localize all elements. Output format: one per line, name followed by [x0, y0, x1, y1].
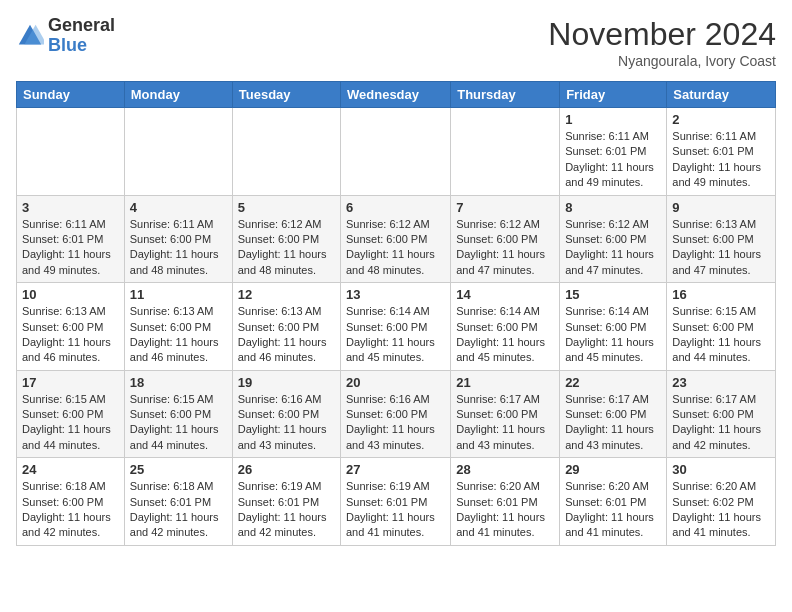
day-info: Sunrise: 6:16 AM Sunset: 6:00 PM Dayligh… [238, 392, 335, 454]
day-number: 7 [456, 200, 554, 215]
day-info: Sunrise: 6:12 AM Sunset: 6:00 PM Dayligh… [565, 217, 661, 279]
day-number: 26 [238, 462, 335, 477]
day-number: 27 [346, 462, 445, 477]
calendar-cell: 26Sunrise: 6:19 AM Sunset: 6:01 PM Dayli… [232, 458, 340, 546]
day-info: Sunrise: 6:19 AM Sunset: 6:01 PM Dayligh… [346, 479, 445, 541]
day-number: 11 [130, 287, 227, 302]
day-number: 8 [565, 200, 661, 215]
day-info: Sunrise: 6:17 AM Sunset: 6:00 PM Dayligh… [565, 392, 661, 454]
calendar-week-row: 24Sunrise: 6:18 AM Sunset: 6:00 PM Dayli… [17, 458, 776, 546]
day-info: Sunrise: 6:19 AM Sunset: 6:01 PM Dayligh… [238, 479, 335, 541]
weekday-header-monday: Monday [124, 82, 232, 108]
calendar-cell: 6Sunrise: 6:12 AM Sunset: 6:00 PM Daylig… [341, 195, 451, 283]
calendar-cell [451, 108, 560, 196]
calendar-cell: 28Sunrise: 6:20 AM Sunset: 6:01 PM Dayli… [451, 458, 560, 546]
weekday-header-friday: Friday [560, 82, 667, 108]
calendar-cell: 29Sunrise: 6:20 AM Sunset: 6:01 PM Dayli… [560, 458, 667, 546]
day-info: Sunrise: 6:18 AM Sunset: 6:01 PM Dayligh… [130, 479, 227, 541]
day-info: Sunrise: 6:15 AM Sunset: 6:00 PM Dayligh… [130, 392, 227, 454]
calendar-table: SundayMondayTuesdayWednesdayThursdayFrid… [16, 81, 776, 546]
day-info: Sunrise: 6:12 AM Sunset: 6:00 PM Dayligh… [238, 217, 335, 279]
weekday-header-saturday: Saturday [667, 82, 776, 108]
weekday-header-sunday: Sunday [17, 82, 125, 108]
day-number: 12 [238, 287, 335, 302]
location-subtitle: Nyangourala, Ivory Coast [548, 53, 776, 69]
calendar-cell: 12Sunrise: 6:13 AM Sunset: 6:00 PM Dayli… [232, 283, 340, 371]
weekday-header-tuesday: Tuesday [232, 82, 340, 108]
weekday-header-row: SundayMondayTuesdayWednesdayThursdayFrid… [17, 82, 776, 108]
day-number: 14 [456, 287, 554, 302]
day-info: Sunrise: 6:14 AM Sunset: 6:00 PM Dayligh… [346, 304, 445, 366]
calendar-cell: 10Sunrise: 6:13 AM Sunset: 6:00 PM Dayli… [17, 283, 125, 371]
calendar-cell: 2Sunrise: 6:11 AM Sunset: 6:01 PM Daylig… [667, 108, 776, 196]
calendar-cell: 30Sunrise: 6:20 AM Sunset: 6:02 PM Dayli… [667, 458, 776, 546]
day-info: Sunrise: 6:20 AM Sunset: 6:01 PM Dayligh… [565, 479, 661, 541]
day-number: 25 [130, 462, 227, 477]
calendar-cell: 13Sunrise: 6:14 AM Sunset: 6:00 PM Dayli… [341, 283, 451, 371]
day-info: Sunrise: 6:11 AM Sunset: 6:01 PM Dayligh… [672, 129, 770, 191]
day-info: Sunrise: 6:11 AM Sunset: 6:01 PM Dayligh… [565, 129, 661, 191]
calendar-cell: 17Sunrise: 6:15 AM Sunset: 6:00 PM Dayli… [17, 370, 125, 458]
calendar-cell: 18Sunrise: 6:15 AM Sunset: 6:00 PM Dayli… [124, 370, 232, 458]
day-info: Sunrise: 6:20 AM Sunset: 6:02 PM Dayligh… [672, 479, 770, 541]
day-info: Sunrise: 6:12 AM Sunset: 6:00 PM Dayligh… [456, 217, 554, 279]
day-number: 20 [346, 375, 445, 390]
calendar-week-row: 17Sunrise: 6:15 AM Sunset: 6:00 PM Dayli… [17, 370, 776, 458]
day-info: Sunrise: 6:13 AM Sunset: 6:00 PM Dayligh… [130, 304, 227, 366]
day-number: 1 [565, 112, 661, 127]
calendar-cell: 27Sunrise: 6:19 AM Sunset: 6:01 PM Dayli… [341, 458, 451, 546]
calendar-cell: 24Sunrise: 6:18 AM Sunset: 6:00 PM Dayli… [17, 458, 125, 546]
month-year-title: November 2024 [548, 16, 776, 53]
calendar-cell: 14Sunrise: 6:14 AM Sunset: 6:00 PM Dayli… [451, 283, 560, 371]
day-number: 10 [22, 287, 119, 302]
calendar-cell: 22Sunrise: 6:17 AM Sunset: 6:00 PM Dayli… [560, 370, 667, 458]
day-number: 23 [672, 375, 770, 390]
day-number: 3 [22, 200, 119, 215]
day-info: Sunrise: 6:13 AM Sunset: 6:00 PM Dayligh… [672, 217, 770, 279]
day-info: Sunrise: 6:16 AM Sunset: 6:00 PM Dayligh… [346, 392, 445, 454]
day-number: 21 [456, 375, 554, 390]
day-info: Sunrise: 6:14 AM Sunset: 6:00 PM Dayligh… [565, 304, 661, 366]
day-number: 28 [456, 462, 554, 477]
calendar-cell: 7Sunrise: 6:12 AM Sunset: 6:00 PM Daylig… [451, 195, 560, 283]
day-number: 6 [346, 200, 445, 215]
day-info: Sunrise: 6:11 AM Sunset: 6:01 PM Dayligh… [22, 217, 119, 279]
calendar-cell: 25Sunrise: 6:18 AM Sunset: 6:01 PM Dayli… [124, 458, 232, 546]
day-info: Sunrise: 6:13 AM Sunset: 6:00 PM Dayligh… [238, 304, 335, 366]
day-info: Sunrise: 6:14 AM Sunset: 6:00 PM Dayligh… [456, 304, 554, 366]
weekday-header-wednesday: Wednesday [341, 82, 451, 108]
weekday-header-thursday: Thursday [451, 82, 560, 108]
logo-general-text: General [48, 16, 115, 36]
day-number: 24 [22, 462, 119, 477]
calendar-cell [124, 108, 232, 196]
calendar-cell [232, 108, 340, 196]
calendar-cell [17, 108, 125, 196]
calendar-week-row: 3Sunrise: 6:11 AM Sunset: 6:01 PM Daylig… [17, 195, 776, 283]
calendar-cell: 9Sunrise: 6:13 AM Sunset: 6:00 PM Daylig… [667, 195, 776, 283]
calendar-cell: 4Sunrise: 6:11 AM Sunset: 6:00 PM Daylig… [124, 195, 232, 283]
day-number: 30 [672, 462, 770, 477]
calendar-cell: 1Sunrise: 6:11 AM Sunset: 6:01 PM Daylig… [560, 108, 667, 196]
day-info: Sunrise: 6:11 AM Sunset: 6:00 PM Dayligh… [130, 217, 227, 279]
day-number: 13 [346, 287, 445, 302]
page-header: General Blue November 2024 Nyangourala, … [16, 16, 776, 69]
calendar-cell: 8Sunrise: 6:12 AM Sunset: 6:00 PM Daylig… [560, 195, 667, 283]
logo: General Blue [16, 16, 115, 56]
day-info: Sunrise: 6:12 AM Sunset: 6:00 PM Dayligh… [346, 217, 445, 279]
day-number: 4 [130, 200, 227, 215]
day-number: 15 [565, 287, 661, 302]
calendar-cell: 15Sunrise: 6:14 AM Sunset: 6:00 PM Dayli… [560, 283, 667, 371]
logo-text: General Blue [48, 16, 115, 56]
calendar-cell [341, 108, 451, 196]
day-info: Sunrise: 6:17 AM Sunset: 6:00 PM Dayligh… [456, 392, 554, 454]
logo-icon [16, 22, 44, 50]
calendar-cell: 23Sunrise: 6:17 AM Sunset: 6:00 PM Dayli… [667, 370, 776, 458]
calendar-cell: 3Sunrise: 6:11 AM Sunset: 6:01 PM Daylig… [17, 195, 125, 283]
calendar-cell: 16Sunrise: 6:15 AM Sunset: 6:00 PM Dayli… [667, 283, 776, 371]
title-block: November 2024 Nyangourala, Ivory Coast [548, 16, 776, 69]
calendar-cell: 19Sunrise: 6:16 AM Sunset: 6:00 PM Dayli… [232, 370, 340, 458]
calendar-cell: 5Sunrise: 6:12 AM Sunset: 6:00 PM Daylig… [232, 195, 340, 283]
day-number: 22 [565, 375, 661, 390]
day-info: Sunrise: 6:20 AM Sunset: 6:01 PM Dayligh… [456, 479, 554, 541]
day-number: 9 [672, 200, 770, 215]
